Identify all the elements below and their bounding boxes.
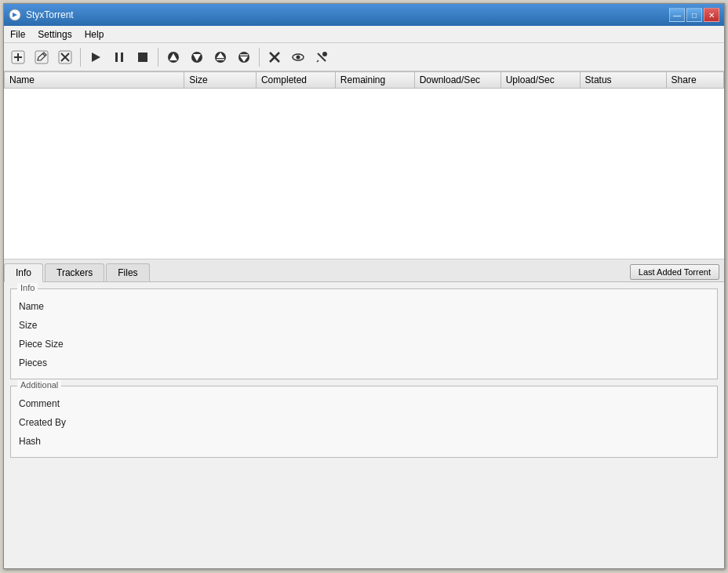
svg-rect-11 <box>121 53 123 62</box>
title-bar: StyxTorrent — □ ✕ <box>4 4 724 26</box>
move-bottom-icon <box>237 50 251 64</box>
move-top-button[interactable] <box>209 46 231 68</box>
tabs-left: Info Trackers Files <box>4 263 151 281</box>
edit-button[interactable] <box>31 46 53 68</box>
svg-marker-9 <box>92 53 100 62</box>
col-size[interactable]: Size <box>184 72 257 89</box>
toolbar <box>4 43 724 71</box>
col-upload-sec[interactable]: Upload/Sec <box>500 72 580 89</box>
svg-line-29 <box>317 60 318 62</box>
info-fieldset: Info Name Size Piece Size Pieces <box>10 288 718 379</box>
stop-button[interactable] <box>132 46 154 68</box>
pin-icon <box>315 50 329 64</box>
stop-icon <box>136 50 150 64</box>
window-controls: — □ ✕ <box>669 8 719 22</box>
svg-rect-12 <box>138 53 147 62</box>
col-completed[interactable]: Completed <box>256 72 335 89</box>
add-torrent-button[interactable] <box>7 46 29 68</box>
preview-button[interactable] <box>287 46 309 68</box>
move-bottom-button[interactable] <box>233 46 255 68</box>
col-name[interactable]: Name <box>5 72 184 89</box>
separator-3 <box>259 48 260 67</box>
cancel-button[interactable] <box>264 46 286 68</box>
info-panel: Info Name Size Piece Size Pieces Additio… <box>4 282 724 568</box>
info-pieces: Pieces <box>17 354 711 372</box>
eye-icon <box>291 50 305 64</box>
tabs-row: Info Trackers Files Last Added Torrent <box>4 259 724 282</box>
info-piece-size: Piece Size <box>17 335 711 354</box>
info-name: Name <box>17 297 711 316</box>
torrent-list[interactable]: Name Size Completed Remaining Download/S… <box>4 71 724 259</box>
svg-rect-10 <box>115 53 118 62</box>
additional-fieldset: Additional Comment Created By Hash <box>10 386 718 458</box>
svg-rect-4 <box>35 51 48 63</box>
move-down-button[interactable] <box>186 46 208 68</box>
start-button[interactable] <box>85 46 107 68</box>
info-legend: Info <box>17 283 38 292</box>
main-window: StyxTorrent — □ ✕ File Settings Help <box>3 3 725 569</box>
minimize-button[interactable]: — <box>669 8 685 22</box>
additional-created-by: Created By <box>17 413 711 432</box>
svg-point-28 <box>322 52 327 56</box>
menu-settings[interactable]: Settings <box>31 27 78 42</box>
close-button[interactable]: ✕ <box>704 8 719 22</box>
tab-trackers[interactable]: Trackers <box>45 263 104 281</box>
additional-comment: Comment <box>17 394 711 413</box>
last-added-torrent-button[interactable]: Last Added Torrent <box>630 264 719 280</box>
edit-icon <box>35 50 49 64</box>
separator-2 <box>158 48 158 67</box>
tab-files[interactable]: Files <box>106 263 149 281</box>
separator-1 <box>80 48 81 67</box>
remove-button[interactable] <box>54 46 76 68</box>
remove-icon <box>58 50 72 64</box>
maximize-button[interactable]: □ <box>686 8 702 22</box>
info-size: Size <box>17 316 711 335</box>
menu-help[interactable]: Help <box>78 27 111 42</box>
move-down-icon <box>190 50 204 64</box>
move-top-icon <box>213 50 228 64</box>
menu-file[interactable]: File <box>4 27 31 42</box>
bottom-panel: Info Trackers Files Last Added Torrent I… <box>4 259 724 568</box>
pause-button[interactable] <box>108 46 130 68</box>
move-up-icon <box>166 50 180 64</box>
col-status[interactable]: Status <box>580 72 666 89</box>
additional-legend: Additional <box>17 380 61 390</box>
play-icon <box>89 50 103 64</box>
cancel-icon <box>268 50 282 64</box>
app-icon <box>9 9 21 21</box>
col-remaining[interactable]: Remaining <box>335 72 414 89</box>
torrent-table: Name Size Completed Remaining Download/S… <box>4 71 724 89</box>
tab-info[interactable]: Info <box>4 263 43 282</box>
svg-point-26 <box>297 55 300 59</box>
pause-icon <box>112 50 126 64</box>
menu-bar: File Settings Help <box>4 26 724 43</box>
col-download-sec[interactable]: Download/Sec <box>414 72 500 89</box>
move-up-button[interactable] <box>162 46 184 68</box>
window-title: StyxTorrent <box>26 9 74 20</box>
add-icon <box>11 50 25 64</box>
additional-hash: Hash <box>17 432 711 451</box>
pin-button[interactable] <box>311 46 333 68</box>
col-share[interactable]: Share <box>666 72 723 89</box>
